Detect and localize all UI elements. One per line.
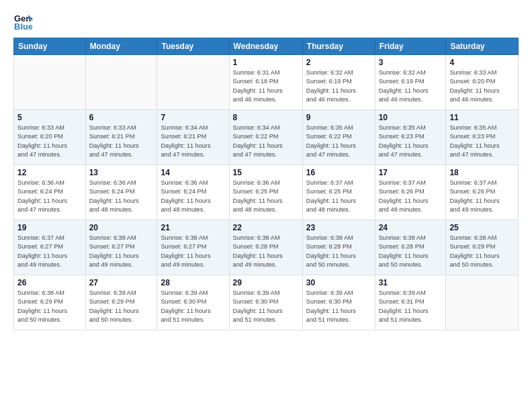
day-info: Sunrise: 6:35 AM Sunset: 6:23 PM Dayligh… [449,124,515,159]
day-number: 16 [306,168,371,177]
day-number: 10 [379,113,443,122]
day-number: 23 [306,223,371,232]
day-info: Sunrise: 6:37 AM Sunset: 6:27 PM Dayligh… [17,234,82,269]
logo-icon: General Blue [13,12,32,31]
day-info: Sunrise: 6:33 AM Sunset: 6:20 PM Dayligh… [17,124,82,159]
day-info: Sunrise: 6:39 AM Sunset: 6:30 PM Dayligh… [306,289,371,324]
calendar-cell: 6Sunrise: 6:33 AM Sunset: 6:21 PM Daylig… [85,110,157,165]
day-info: Sunrise: 6:38 AM Sunset: 6:29 PM Dayligh… [17,289,82,324]
day-info: Sunrise: 6:37 AM Sunset: 6:25 PM Dayligh… [306,179,371,214]
day-number: 30 [306,278,371,287]
day-number: 25 [449,223,515,232]
calendar-table: SundayMondayTuesdayWednesdayThursdayFrid… [13,38,519,330]
day-number: 18 [449,168,515,177]
calendar-header: SundayMondayTuesdayWednesdayThursdayFrid… [14,38,519,55]
day-info: Sunrise: 6:34 AM Sunset: 6:22 PM Dayligh… [233,124,299,159]
calendar-cell: 5Sunrise: 6:33 AM Sunset: 6:20 PM Daylig… [14,110,86,165]
calendar-cell: 11Sunrise: 6:35 AM Sunset: 6:23 PM Dayli… [446,110,519,165]
calendar-cell: 26Sunrise: 6:38 AM Sunset: 6:29 PM Dayli… [14,275,86,330]
calendar-week-1: 1Sunrise: 6:31 AM Sunset: 6:18 PM Daylig… [14,55,519,110]
logo: General Blue [13,12,35,31]
day-number: 28 [161,278,225,287]
day-info: Sunrise: 6:32 AM Sunset: 6:19 PM Dayligh… [379,68,443,104]
calendar-week-5: 26Sunrise: 6:38 AM Sunset: 6:29 PM Dayli… [14,275,519,330]
calendar-cell: 15Sunrise: 6:36 AM Sunset: 6:25 PM Dayli… [229,165,302,220]
svg-text:Blue: Blue [14,21,32,31]
day-info: Sunrise: 6:36 AM Sunset: 6:24 PM Dayligh… [161,179,225,214]
day-number: 11 [449,113,515,122]
weekday-thursday: Thursday [302,38,375,55]
weekday-saturday: Saturday [446,38,519,55]
day-number: 5 [17,113,82,122]
day-info: Sunrise: 6:36 AM Sunset: 6:24 PM Dayligh… [17,179,82,214]
day-info: Sunrise: 6:39 AM Sunset: 6:30 PM Dayligh… [161,289,225,324]
calendar-cell: 30Sunrise: 6:39 AM Sunset: 6:30 PM Dayli… [302,275,375,330]
day-info: Sunrise: 6:37 AM Sunset: 6:26 PM Dayligh… [379,179,443,214]
day-info: Sunrise: 6:39 AM Sunset: 6:30 PM Dayligh… [233,289,299,324]
weekday-header-row: SundayMondayTuesdayWednesdayThursdayFrid… [14,38,519,55]
day-info: Sunrise: 6:37 AM Sunset: 6:26 PM Dayligh… [449,179,515,214]
day-number: 21 [161,223,225,232]
calendar-cell: 22Sunrise: 6:38 AM Sunset: 6:28 PM Dayli… [229,220,302,275]
calendar-cell [85,55,157,110]
calendar-cell: 20Sunrise: 6:38 AM Sunset: 6:27 PM Dayli… [85,220,157,275]
calendar-cell: 12Sunrise: 6:36 AM Sunset: 6:24 PM Dayli… [14,165,86,220]
calendar-body: 1Sunrise: 6:31 AM Sunset: 6:18 PM Daylig… [14,55,519,330]
day-number: 7 [161,113,225,122]
day-number: 6 [89,113,154,122]
day-number: 27 [89,278,154,287]
day-info: Sunrise: 6:36 AM Sunset: 6:25 PM Dayligh… [233,179,299,214]
calendar-cell: 4Sunrise: 6:33 AM Sunset: 6:20 PM Daylig… [446,55,519,110]
day-info: Sunrise: 6:32 AM Sunset: 6:19 PM Dayligh… [306,68,371,104]
calendar-cell: 28Sunrise: 6:39 AM Sunset: 6:30 PM Dayli… [157,275,229,330]
calendar-cell: 27Sunrise: 6:39 AM Sunset: 6:29 PM Dayli… [85,275,157,330]
calendar-cell: 19Sunrise: 6:37 AM Sunset: 6:27 PM Dayli… [14,220,86,275]
day-info: Sunrise: 6:36 AM Sunset: 6:24 PM Dayligh… [89,179,154,214]
calendar-cell: 7Sunrise: 6:34 AM Sunset: 6:21 PM Daylig… [157,110,229,165]
day-info: Sunrise: 6:33 AM Sunset: 6:20 PM Dayligh… [449,68,515,104]
calendar-cell: 25Sunrise: 6:38 AM Sunset: 6:29 PM Dayli… [446,220,519,275]
day-info: Sunrise: 6:35 AM Sunset: 6:22 PM Dayligh… [306,124,371,159]
calendar-week-3: 12Sunrise: 6:36 AM Sunset: 6:24 PM Dayli… [14,165,519,220]
day-number: 19 [17,223,82,232]
day-number: 4 [449,58,515,67]
page: General Blue SundayMondayTuesdayWednesda… [0,0,532,338]
header: General Blue [13,12,519,31]
day-info: Sunrise: 6:33 AM Sunset: 6:21 PM Dayligh… [89,124,154,159]
day-number: 8 [233,113,299,122]
day-info: Sunrise: 6:39 AM Sunset: 6:31 PM Dayligh… [379,289,443,324]
weekday-friday: Friday [375,38,446,55]
calendar-week-2: 5Sunrise: 6:33 AM Sunset: 6:20 PM Daylig… [14,110,519,165]
calendar-cell: 13Sunrise: 6:36 AM Sunset: 6:24 PM Dayli… [85,165,157,220]
day-number: 17 [379,168,443,177]
calendar-cell: 29Sunrise: 6:39 AM Sunset: 6:30 PM Dayli… [229,275,302,330]
day-number: 20 [89,223,154,232]
weekday-sunday: Sunday [14,38,86,55]
day-info: Sunrise: 6:34 AM Sunset: 6:21 PM Dayligh… [161,124,225,159]
calendar-cell: 1Sunrise: 6:31 AM Sunset: 6:18 PM Daylig… [229,55,302,110]
day-info: Sunrise: 6:38 AM Sunset: 6:28 PM Dayligh… [233,234,299,269]
calendar-cell [157,55,229,110]
day-info: Sunrise: 6:39 AM Sunset: 6:29 PM Dayligh… [89,289,154,324]
calendar-cell [446,275,519,330]
calendar-cell: 23Sunrise: 6:38 AM Sunset: 6:28 PM Dayli… [302,220,375,275]
day-number: 24 [379,223,443,232]
day-number: 15 [233,168,299,177]
day-number: 13 [89,168,154,177]
day-info: Sunrise: 6:38 AM Sunset: 6:28 PM Dayligh… [379,234,443,269]
day-number: 14 [161,168,225,177]
day-info: Sunrise: 6:38 AM Sunset: 6:27 PM Dayligh… [89,234,154,269]
day-number: 1 [233,58,299,67]
day-number: 26 [17,278,82,287]
day-number: 9 [306,113,371,122]
day-number: 31 [379,278,443,287]
day-info: Sunrise: 6:38 AM Sunset: 6:28 PM Dayligh… [306,234,371,269]
day-number: 3 [379,58,443,67]
day-info: Sunrise: 6:38 AM Sunset: 6:29 PM Dayligh… [449,234,515,269]
calendar-cell: 10Sunrise: 6:35 AM Sunset: 6:23 PM Dayli… [375,110,446,165]
weekday-tuesday: Tuesday [157,38,229,55]
day-info: Sunrise: 6:38 AM Sunset: 6:27 PM Dayligh… [161,234,225,269]
calendar-cell: 14Sunrise: 6:36 AM Sunset: 6:24 PM Dayli… [157,165,229,220]
day-number: 29 [233,278,299,287]
day-info: Sunrise: 6:31 AM Sunset: 6:18 PM Dayligh… [233,68,299,104]
